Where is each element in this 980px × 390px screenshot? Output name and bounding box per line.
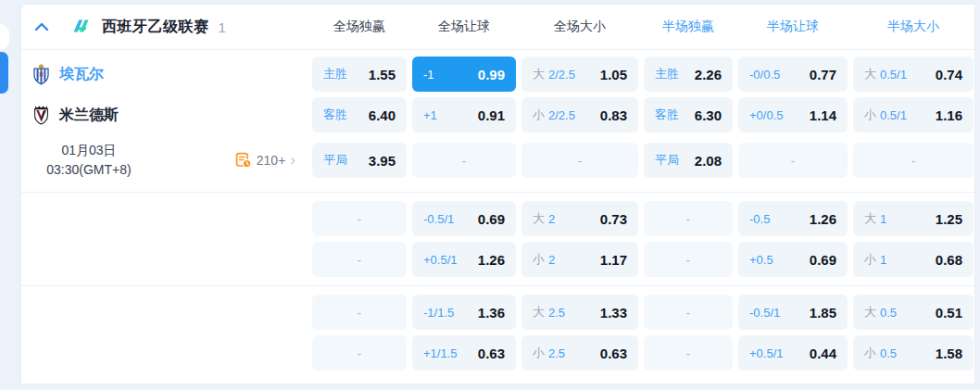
odds-row: 01月03日03:30(GMT+8) 210+›平局3.95--平局2.08-- (21, 135, 974, 188)
left-panel-notch (0, 24, 9, 50)
odds-cell[interactable]: 大0.50.51 (853, 295, 974, 330)
odds-groups: 埃瓦尔主胜1.55-10.99大2/2.51.05主胜2.26-0/0.50.7… (21, 50, 974, 379)
odds-row: 米兰德斯客胜6.40+10.91小2/2.50.83客胜6.30+0/0.51.… (21, 94, 974, 135)
away-team-badge-icon (32, 105, 50, 126)
odds-cell[interactable]: +0.5/10.44 (738, 335, 848, 371)
odds-row: --1/1.51.36大2.51.33--0.5/11.85大0.50.51 (21, 292, 974, 333)
odds-row: -+0.5/11.26小21.17-+0.50.69小10.68 (21, 239, 974, 280)
league-logo-icon (71, 18, 91, 36)
odds-cell-empty: - (853, 143, 974, 178)
column-header-2: 全场让球 (412, 19, 516, 35)
odds-cell[interactable]: +0.5/11.26 (412, 242, 516, 277)
odds-cell-empty: - (312, 295, 407, 330)
odds-cell[interactable]: 小10.68 (853, 242, 974, 277)
team-name-away[interactable]: 米兰德斯 (59, 106, 119, 125)
odds-row: --0.5/10.69大20.73--0.51.26大11.25 (21, 198, 974, 239)
odds-cell[interactable]: 大2/2.51.05 (521, 57, 638, 92)
odds-cell-selected[interactable]: -10.99 (412, 57, 516, 92)
odds-cell[interactable]: 大2.51.33 (521, 295, 638, 330)
odds-cell[interactable]: 小0.5/11.16 (853, 97, 974, 132)
more-markets-link[interactable]: 210+› (235, 152, 295, 169)
odds-cell[interactable]: 小2/2.50.83 (521, 97, 638, 132)
odds-cell[interactable]: 大0.5/10.74 (853, 57, 974, 92)
column-header-1: 全场独赢 (312, 19, 407, 35)
odds-group: --1/1.51.36大2.51.33--0.5/11.85大0.50.51-+… (21, 285, 974, 379)
odds-cell-empty: - (312, 242, 407, 277)
column-header-3: 全场大小 (521, 19, 638, 35)
odds-cell-empty: - (521, 143, 638, 178)
odds-cell[interactable]: 小21.17 (521, 242, 638, 277)
more-markets-count: 210+ (257, 153, 286, 168)
odds-cell-empty: - (312, 201, 407, 236)
odds-cell[interactable]: +10.91 (412, 97, 516, 132)
odds-cell-empty: - (738, 143, 848, 178)
odds-cell-empty: - (644, 335, 733, 371)
odds-group: 埃瓦尔主胜1.55-10.99大2/2.51.05主胜2.26-0/0.50.7… (21, 50, 974, 192)
odds-cell-empty: - (644, 295, 733, 330)
odds-cell[interactable]: 大20.73 (521, 201, 638, 236)
markets-list-icon (235, 152, 252, 169)
home-team-badge-icon (32, 64, 50, 85)
odds-cell[interactable]: 客胜6.30 (644, 97, 733, 132)
odds-cell[interactable]: 客胜6.40 (312, 97, 407, 132)
odds-cell-empty: - (644, 242, 733, 277)
league-header-row: 西班牙乙级联赛 1 全场独赢全场让球全场大小半场独赢半场让球半场大小 (21, 5, 974, 50)
odds-cell[interactable]: -0.5/10.69 (412, 201, 516, 236)
team-name-home[interactable]: 埃瓦尔 (59, 65, 104, 84)
odds-cell-empty: - (412, 143, 516, 178)
match-count: 1 (219, 19, 226, 35)
odds-cell[interactable]: +1/1.50.63 (412, 335, 516, 371)
odds-row: -+1/1.50.63小2.50.63-+0.5/10.44小0.51.58 (21, 333, 974, 373)
odds-cell[interactable]: 平局3.95 (312, 143, 407, 178)
chevron-right-icon: › (290, 152, 295, 168)
odds-cell[interactable]: 主胜2.26 (644, 57, 733, 92)
odds-cell[interactable]: -0/0.50.77 (738, 57, 848, 92)
league-title: 西班牙乙级联赛 (102, 18, 209, 37)
odds-cell[interactable]: +0/0.51.14 (738, 97, 848, 132)
odds-cell[interactable]: 主胜1.55 (312, 57, 407, 92)
odds-cell-empty: - (312, 335, 407, 371)
column-header-6: 半场大小 (853, 19, 974, 35)
column-header-5: 半场让球 (738, 19, 848, 35)
odds-cell[interactable]: 平局2.08 (644, 143, 733, 178)
left-edge-button[interactable] (0, 52, 8, 94)
odds-cell[interactable]: -0.51.26 (738, 201, 848, 236)
odds-cell[interactable]: +0.50.69 (738, 242, 848, 277)
league-odds-card: 西班牙乙级联赛 1 全场独赢全场让球全场大小半场独赢半场让球半场大小 埃瓦尔主胜… (20, 4, 975, 384)
odds-row: 埃瓦尔主胜1.55-10.99大2/2.51.05主胜2.26-0/0.50.7… (21, 54, 974, 94)
odds-cell[interactable]: -1/1.51.36 (412, 295, 516, 330)
column-header-4: 半场独赢 (644, 19, 733, 35)
collapse-chevron-up-icon[interactable] (32, 18, 51, 36)
odds-cell-empty: - (644, 201, 733, 236)
odds-group: --0.5/10.69大20.73--0.51.26大11.25-+0.5/11… (21, 192, 974, 285)
odds-cell[interactable]: -0.5/11.85 (738, 295, 848, 330)
odds-cell[interactable]: 小2.50.63 (521, 335, 638, 371)
odds-cell[interactable]: 小0.51.58 (853, 335, 974, 371)
column-headers: 全场独赢全场让球全场大小半场独赢半场让球半场大小 (312, 19, 975, 35)
odds-cell[interactable]: 大11.25 (853, 201, 974, 236)
match-datetime: 01月03日03:30(GMT+8) (29, 141, 149, 180)
